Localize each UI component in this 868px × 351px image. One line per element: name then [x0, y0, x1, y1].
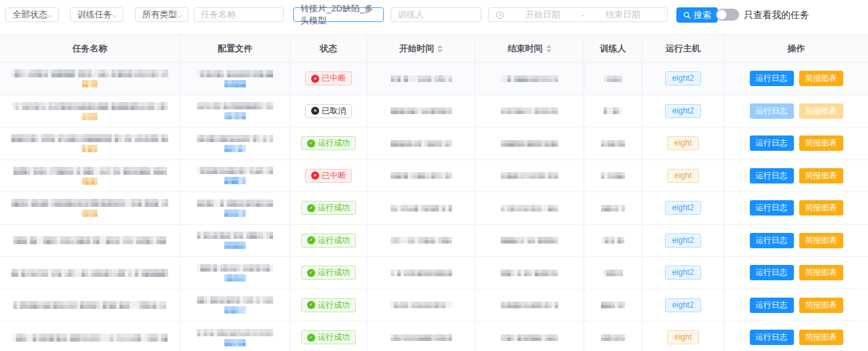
category-filter-select[interactable]: 所有类型: [135, 7, 188, 22]
trainer-cell: [584, 290, 642, 322]
config-file-link[interactable]: [224, 210, 246, 217]
task-tag-badge: [82, 210, 97, 217]
status-badge-label: 运行成功: [318, 301, 350, 310]
status-badge: ✓运行成功: [301, 136, 356, 150]
redacted-end-time: [501, 270, 558, 276]
date-range-picker[interactable]: 开始日期 - 结束日期: [488, 7, 668, 22]
actions-cell: 运行日志简报图表: [724, 95, 868, 127]
config-file-link[interactable]: [224, 339, 246, 346]
status-badge: ✓运行成功: [301, 234, 356, 248]
sort-carets-icon: [546, 45, 552, 53]
task-name-cell: [0, 290, 180, 322]
config-file-link[interactable]: [224, 177, 246, 184]
redacted-trainer-name: [602, 237, 624, 244]
col-end-time[interactable]: 结束时间: [475, 35, 584, 62]
end-time-cell: [475, 290, 584, 322]
col-start-time[interactable]: 开始时间: [367, 35, 475, 62]
trainer-cell: [584, 192, 642, 224]
actions-cell: 运行日志简报图表: [724, 127, 868, 159]
report-chart-button[interactable]: 简报图表: [799, 330, 843, 345]
start-time-cell: [367, 95, 475, 127]
status-badge: ×已中断: [305, 169, 352, 183]
report-chart-button[interactable]: 简报图表: [799, 233, 843, 248]
redacted-end-time: [501, 75, 558, 82]
config-file-link[interactable]: [224, 80, 246, 87]
check-circle-icon: ✓: [307, 269, 315, 277]
config-file-link[interactable]: [224, 145, 246, 152]
config-file-link[interactable]: [224, 306, 246, 314]
host-cell: eight2: [642, 290, 724, 322]
config-file-link[interactable]: [224, 112, 246, 119]
run-log-button[interactable]: 运行日志: [750, 265, 794, 280]
report-chart-button[interactable]: 简报图表: [799, 265, 843, 280]
status-filter-select[interactable]: 全部状态: [5, 7, 59, 22]
table-row: ✓运行成功eight2运行日志简报图表: [0, 290, 868, 322]
col-task-name-label: 任务名称: [73, 43, 107, 55]
actions-cell: 运行日志简报图表: [724, 225, 868, 257]
task-type-filter-select[interactable]: 训练任务: [70, 7, 124, 22]
config-file-link[interactable]: [224, 242, 246, 249]
end-time-cell: [475, 63, 584, 95]
task-name-cell: [0, 127, 180, 159]
status-badge: ✓运行成功: [301, 298, 356, 312]
trainer-input[interactable]: 训练人: [391, 7, 481, 22]
config-file-cell: [180, 95, 290, 127]
status-badge: ×已取消: [305, 104, 352, 118]
trainer-cell: [584, 95, 642, 127]
config-file-link[interactable]: [224, 274, 246, 282]
check-circle-icon: ✓: [307, 139, 315, 147]
run-log-button[interactable]: 运行日志: [750, 200, 794, 216]
end-time-cell: [475, 160, 584, 192]
status-cell: ✓运行成功: [290, 127, 367, 159]
end-time-cell: [475, 95, 584, 127]
search-button[interactable]: 搜索: [676, 7, 718, 23]
toggle-knob: [717, 10, 726, 19]
end-time-cell: [475, 192, 584, 224]
report-chart-button[interactable]: 简报图表: [799, 298, 843, 313]
my-tasks-toggle[interactable]: [716, 9, 739, 21]
report-chart-button[interactable]: 简报图表: [799, 135, 843, 151]
redacted-end-time: [501, 107, 558, 114]
task-tag-badge: [82, 80, 97, 87]
report-chart-button[interactable]: 简报图表: [799, 200, 843, 216]
task-name-cell: [0, 160, 180, 192]
task-name-cell: [0, 322, 180, 351]
model-name-input[interactable]: 转接片_2D缺陷_多头模型: [293, 7, 384, 22]
redacted-start-time: [391, 107, 452, 114]
report-chart-button[interactable]: 简报图表: [799, 103, 843, 119]
host-cell: eight: [642, 322, 724, 351]
redacted-config-name: [197, 135, 273, 142]
config-file-cell: [180, 290, 290, 322]
redacted-end-time: [501, 140, 558, 147]
redacted-end-time: [501, 172, 558, 179]
status-badge-label: 已取消: [322, 107, 346, 115]
actions-cell: 运行日志简报图表: [724, 160, 868, 192]
task-name-input[interactable]: 任务名称: [194, 7, 284, 22]
run-log-button[interactable]: 运行日志: [750, 233, 794, 248]
run-log-button[interactable]: 运行日志: [750, 330, 794, 345]
run-log-button[interactable]: 运行日志: [750, 103, 794, 119]
host-cell: eight2: [642, 225, 724, 257]
check-circle-icon: ✓: [307, 334, 315, 342]
redacted-start-time: [391, 334, 452, 341]
status-badge-label: 运行成功: [318, 333, 350, 342]
col-task-name: 任务名称: [0, 35, 180, 62]
status-badge: ×已中断: [305, 71, 352, 85]
redacted-start-time: [391, 140, 452, 147]
status-badge-label: 运行成功: [318, 139, 350, 147]
run-log-button[interactable]: 运行日志: [750, 71, 794, 86]
status-cell: ✓运行成功: [290, 192, 367, 224]
run-log-button[interactable]: 运行日志: [750, 298, 794, 313]
report-chart-button[interactable]: 简报图表: [799, 71, 843, 86]
status-badge: ✓运行成功: [301, 201, 356, 215]
chevron-down-icon: [177, 12, 182, 17]
run-log-button[interactable]: 运行日志: [750, 135, 794, 151]
task-name-cell: [0, 63, 180, 95]
redacted-config-name: [197, 70, 273, 77]
run-log-button[interactable]: 运行日志: [750, 168, 794, 184]
check-circle-icon: ✓: [307, 236, 315, 244]
report-chart-button[interactable]: 简报图表: [799, 168, 843, 184]
col-actions-label: 操作: [788, 43, 805, 55]
status-badge-label: 运行成功: [318, 268, 350, 277]
col-start-time-label: 开始时间: [399, 43, 434, 55]
